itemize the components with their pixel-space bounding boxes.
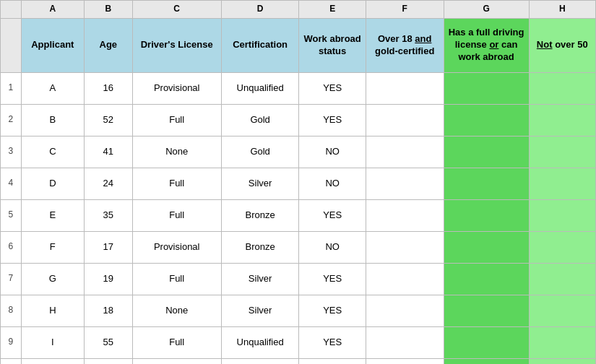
cell-g4 xyxy=(444,168,529,199)
corner-cell xyxy=(1,1,22,19)
cell-g1 xyxy=(444,72,529,104)
row-num-2: 2 xyxy=(1,104,22,136)
cell-c1: Provisional xyxy=(132,72,221,104)
row-num-4: 4 xyxy=(1,168,22,199)
row-num-10: 10 xyxy=(1,358,22,364)
cell-a2: B xyxy=(21,104,84,136)
cell-c8: None xyxy=(132,295,221,326)
cell-b5: 35 xyxy=(84,199,132,231)
cell-a7: G xyxy=(21,263,84,295)
cell-d3: Gold xyxy=(221,136,299,168)
cell-a5: E xyxy=(21,199,84,231)
cell-b1: 16 xyxy=(84,72,132,104)
header-work-abroad-status: Work abroad status xyxy=(299,18,366,72)
cell-e2: YES xyxy=(299,104,366,136)
cell-f6 xyxy=(366,231,444,263)
cell-h5 xyxy=(529,199,595,231)
header-over18-gold: Over 18 and gold-certified xyxy=(366,18,444,72)
col-letter-e: E xyxy=(299,1,366,19)
cell-d6: Bronze xyxy=(221,231,299,263)
table-row: 6 F 17 Provisional Bronze NO xyxy=(1,231,596,263)
cell-g10 xyxy=(444,358,529,364)
cell-a8: H xyxy=(21,295,84,326)
header-certification: Certification xyxy=(221,18,299,72)
cell-b3: 41 xyxy=(84,136,132,168)
row-num-5: 5 xyxy=(1,199,22,231)
cell-h6 xyxy=(529,231,595,263)
row-num-6: 6 xyxy=(1,231,22,263)
col-letter-c: C xyxy=(132,1,221,19)
cell-g7 xyxy=(444,263,529,295)
col-letter-d: D xyxy=(221,1,299,19)
cell-c2: Full xyxy=(132,104,221,136)
cell-g8 xyxy=(444,295,529,326)
spreadsheet: A B C D E F G H Applicant Age Driver's L… xyxy=(0,0,596,364)
cell-a6: F xyxy=(21,231,84,263)
row-num-3: 3 xyxy=(1,136,22,168)
cell-g5 xyxy=(444,199,529,231)
cell-g3 xyxy=(444,136,529,168)
cell-e3: NO xyxy=(299,136,366,168)
col-letter-f: F xyxy=(366,1,444,19)
cell-f4 xyxy=(366,168,444,199)
cell-g9 xyxy=(444,326,529,358)
cell-d8: Silver xyxy=(221,295,299,326)
cell-b9: 55 xyxy=(84,326,132,358)
cell-g6 xyxy=(444,231,529,263)
cell-h2 xyxy=(529,104,595,136)
row-num-7: 7 xyxy=(1,263,22,295)
row-num-1: 1 xyxy=(1,72,22,104)
row-num-8: 8 xyxy=(1,295,22,326)
header-row-num xyxy=(1,18,22,72)
row-num-9: 9 xyxy=(1,326,22,358)
col-letter-h: H xyxy=(529,1,595,19)
cell-e8: YES xyxy=(299,295,366,326)
cell-b2: 52 xyxy=(84,104,132,136)
header-age: Age xyxy=(84,18,132,72)
cell-h1 xyxy=(529,72,595,104)
col-letter-b: B xyxy=(84,1,132,19)
table-row: 1 A 16 Provisional Unqualified YES xyxy=(1,72,596,104)
table-row: 7 G 19 Full Silver YES xyxy=(1,263,596,295)
cell-d7: Silver xyxy=(221,263,299,295)
header-applicant: Applicant xyxy=(21,18,84,72)
header-has-full-license: Has a full driving license or can work a… xyxy=(444,18,529,72)
cell-b6: 17 xyxy=(84,231,132,263)
cell-c4: Full xyxy=(132,168,221,199)
cell-e10 xyxy=(299,358,366,364)
cell-f8 xyxy=(366,295,444,326)
cell-d4: Silver xyxy=(221,168,299,199)
cell-h10 xyxy=(529,358,595,364)
cell-d10 xyxy=(221,358,299,364)
table-row: 5 E 35 Full Bronze YES xyxy=(1,199,596,231)
cell-a1: A xyxy=(21,72,84,104)
cell-b7: 19 xyxy=(84,263,132,295)
cell-b4: 24 xyxy=(84,168,132,199)
cell-e5: YES xyxy=(299,199,366,231)
table-row: 2 B 52 Full Gold YES xyxy=(1,104,596,136)
cell-e7: YES xyxy=(299,263,366,295)
cell-b10 xyxy=(84,358,132,364)
cell-h3 xyxy=(529,136,595,168)
cell-f2 xyxy=(366,104,444,136)
cell-d2: Gold xyxy=(221,104,299,136)
cell-b8: 18 xyxy=(84,295,132,326)
cell-c5: Full xyxy=(132,199,221,231)
table-row: 10 xyxy=(1,358,596,364)
cell-c7: Full xyxy=(132,263,221,295)
table-row: 3 C 41 None Gold NO xyxy=(1,136,596,168)
cell-c3: None xyxy=(132,136,221,168)
cell-f5 xyxy=(366,199,444,231)
col-letter-g: G xyxy=(444,1,529,19)
cell-f9 xyxy=(366,326,444,358)
cell-a9: I xyxy=(21,326,84,358)
cell-h8 xyxy=(529,295,595,326)
cell-f3 xyxy=(366,136,444,168)
cell-d5: Bronze xyxy=(221,199,299,231)
cell-e1: YES xyxy=(299,72,366,104)
cell-c9: Full xyxy=(132,326,221,358)
cell-d1: Unqualified xyxy=(221,72,299,104)
cell-f10 xyxy=(366,358,444,364)
cell-e4: NO xyxy=(299,168,366,199)
cell-f1 xyxy=(366,72,444,104)
